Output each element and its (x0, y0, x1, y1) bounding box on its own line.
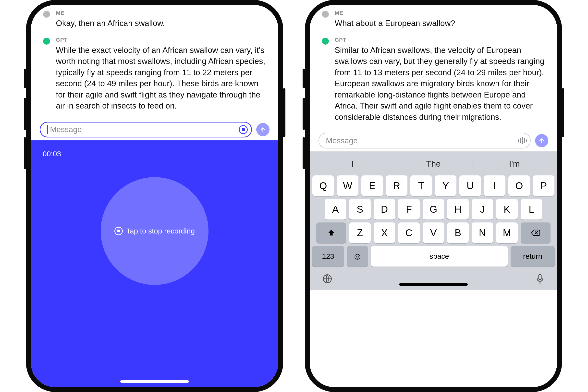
key-a[interactable]: A (324, 199, 346, 220)
globe-button[interactable] (322, 274, 333, 285)
key-shift[interactable] (316, 222, 346, 243)
key-n[interactable]: N (472, 222, 493, 243)
key-k[interactable]: K (496, 199, 518, 220)
microphone-icon (535, 274, 545, 285)
key-t[interactable]: T (410, 176, 432, 196)
message-text: Okay, then an African swallow. (56, 18, 266, 29)
recording-panel[interactable]: 00:03 Tap to stop recording (31, 140, 278, 387)
key-b[interactable]: B (447, 222, 469, 243)
arrow-up-icon (538, 138, 545, 144)
avatar-me (43, 11, 50, 18)
key-space[interactable]: space (371, 246, 508, 266)
key-x[interactable]: X (374, 222, 395, 243)
text-cursor (47, 125, 48, 134)
message-gpt: GPT Similar to African swallows, the vel… (322, 37, 545, 123)
shift-icon (327, 228, 336, 237)
key-i[interactable]: I (484, 176, 506, 196)
role-label: ME (335, 10, 545, 16)
key-h[interactable]: H (447, 199, 469, 220)
send-button[interactable] (256, 123, 270, 136)
role-label: GPT (56, 37, 266, 43)
chat-scroll[interactable]: ME What about a European swallow? GPT Si… (310, 5, 557, 133)
key-u[interactable]: U (460, 176, 481, 196)
power-button (283, 88, 286, 137)
key-numeric[interactable]: 123 (312, 246, 344, 266)
recording-timer: 00:03 (43, 150, 61, 158)
key-d[interactable]: D (374, 199, 395, 220)
globe-icon (322, 274, 333, 284)
placeholder-text: Message (326, 136, 358, 145)
message-text: Similar to African swallows, the velocit… (335, 44, 545, 123)
message-gpt: GPT While the exact velocity of an Afric… (43, 37, 266, 112)
stop-recording-label: Tap to stop recording (126, 227, 195, 235)
stop-icon (114, 227, 123, 235)
key-r[interactable]: R (386, 176, 408, 196)
prediction-bar: I The I'm (312, 155, 555, 172)
key-g[interactable]: G (422, 199, 444, 220)
key-p[interactable]: P (533, 176, 554, 196)
avatar-gpt (43, 38, 50, 44)
key-return[interactable]: return (510, 246, 555, 266)
stop-recording-button[interactable]: Tap to stop recording (101, 177, 208, 285)
waveform-icon[interactable] (518, 136, 527, 145)
avatar-gpt (322, 38, 329, 44)
key-f[interactable]: F (398, 199, 420, 220)
chat-scroll[interactable]: ME Okay, then an African swallow. GPT Wh… (31, 5, 278, 122)
message-text: While the exact velocity of an African s… (56, 44, 266, 112)
svg-rect-1 (539, 274, 541, 280)
role-label: GPT (335, 37, 545, 43)
phone-right: ME What about a European swallow? GPT Si… (305, 0, 562, 392)
emoji-icon: ☺ (353, 251, 362, 262)
message-me: ME What about a European swallow? (322, 10, 545, 29)
home-indicator[interactable] (399, 283, 468, 286)
key-e[interactable]: E (362, 176, 383, 196)
prediction[interactable]: The (393, 159, 474, 168)
arrow-up-icon (260, 126, 266, 133)
message-input[interactable]: Message (40, 122, 252, 138)
prediction[interactable]: I (312, 159, 393, 168)
stop-recording-icon[interactable] (239, 125, 248, 134)
key-l[interactable]: L (520, 199, 542, 220)
send-button[interactable] (535, 134, 548, 147)
key-j[interactable]: J (472, 199, 493, 220)
power-button (562, 88, 564, 137)
backspace-icon (531, 229, 540, 236)
phone-left: ME Okay, then an African swallow. GPT Wh… (26, 0, 283, 392)
message-text: What about a European swallow? (335, 18, 545, 29)
key-m[interactable]: M (496, 222, 518, 243)
avatar-me (322, 11, 329, 18)
key-backspace[interactable] (520, 222, 550, 243)
key-q[interactable]: Q (312, 176, 334, 196)
dictation-button[interactable] (535, 274, 545, 285)
home-indicator[interactable] (120, 380, 189, 383)
key-y[interactable]: Y (435, 176, 456, 196)
message-me: ME Okay, then an African swallow. (43, 10, 266, 29)
placeholder-text: Message (50, 125, 82, 134)
keyboard[interactable]: I The I'm Q W E R T Y U I O P (310, 152, 557, 290)
key-w[interactable]: W (337, 176, 358, 196)
role-label: ME (56, 10, 266, 16)
message-input[interactable]: Message (318, 133, 531, 148)
key-z[interactable]: Z (349, 222, 371, 243)
key-v[interactable]: V (422, 222, 444, 243)
key-emoji[interactable]: ☺ (347, 246, 368, 266)
prediction[interactable]: I'm (474, 159, 555, 168)
key-o[interactable]: O (508, 176, 530, 196)
key-s[interactable]: S (349, 199, 371, 220)
key-c[interactable]: C (398, 222, 420, 243)
